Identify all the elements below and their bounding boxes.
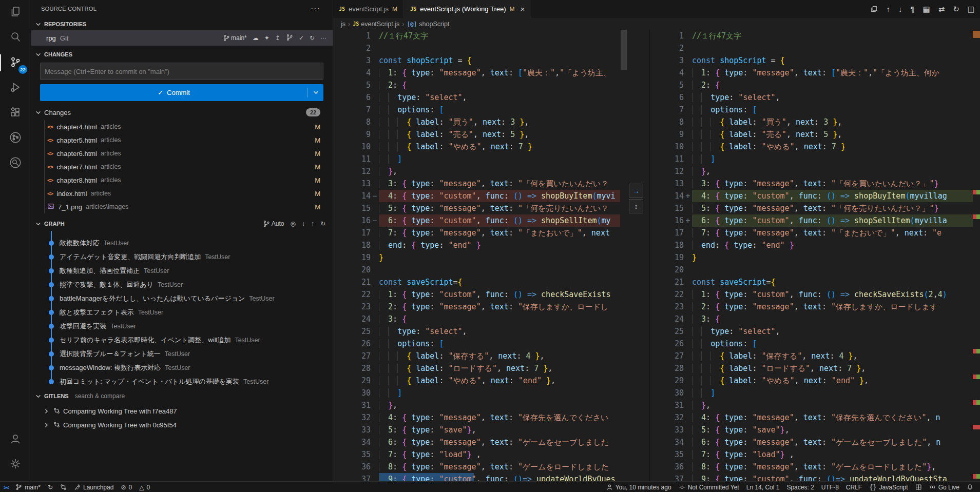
statusbar-ln-14-col-1[interactable]: Ln 14, Col 1 <box>743 482 783 492</box>
breadcrumb-item[interactable]: JSeventScript.js <box>353 21 399 28</box>
more-actions-icon[interactable]: ··· <box>311 4 320 13</box>
refresh-icon[interactable]: ↻ <box>310 34 315 42</box>
code-text[interactable]: 1: { type: "message", text: ["農夫：","「よう坊… <box>379 67 620 79</box>
gitlens-compare-row[interactable]: Comparing Working Tree with f7ea487 <box>31 404 333 418</box>
code-text[interactable]: 5: { type: "message", text: "「何を売りたいんだい？… <box>692 202 973 214</box>
code-text[interactable]: } <box>692 251 973 264</box>
git-branch-icon[interactable]: main* <box>223 34 247 42</box>
sidebar-item-source-control[interactable]: 22 <box>0 50 31 75</box>
tab-1[interactable]: JSeventScript.jsM <box>333 0 404 18</box>
code-text[interactable]: type: "select", <box>692 91 973 104</box>
statusbar-git-compare-icon[interactable] <box>56 482 70 492</box>
code-text[interactable]: { label: "売る", next: 5 }, <box>692 128 973 141</box>
code-text[interactable]: 2: { type: "message", text: "保存しますか、ロードし… <box>692 301 973 313</box>
refresh-icon[interactable]: ↻ <box>953 5 959 14</box>
code-text[interactable]: 1: { type: "custom", func: () => checkSa… <box>692 288 973 301</box>
code-text[interactable]: 3: { <box>692 313 973 325</box>
commit-row[interactable]: 敵種類追加、描画位置補正TestUser <box>31 264 333 278</box>
code-text[interactable]: 8: { type: "message", text: "ゲームをロードしました… <box>692 461 973 473</box>
commit-row[interactable]: 攻撃回避を実装TestUser <box>31 319 333 333</box>
code-text[interactable]: options: [ <box>692 338 973 350</box>
code-text[interactable]: 7: { type: "load"} , <box>692 448 973 461</box>
code-text[interactable]: const saveScript={ <box>379 276 620 288</box>
code-text[interactable]: ] <box>692 387 973 399</box>
code-text[interactable]: 4: { type: "message", text: "保存先を選んでください <box>379 411 620 424</box>
commit-row[interactable]: 敵と攻撃エフェクト表示TestUser <box>31 305 333 319</box>
code-text[interactable]: 4: { type: "custom", func: () => shopBuy… <box>692 190 973 202</box>
commit-row[interactable]: battleManagerを外だしし、いったんは動いているバージョンTestUs… <box>31 291 333 305</box>
publish-cloud-icon[interactable]: ☁ <box>253 34 259 42</box>
pane-sash[interactable] <box>649 30 650 481</box>
commit-row[interactable]: セリフ前のキャラ名表示即時化、イベント調整、will追加TestUser <box>31 333 333 347</box>
code-text[interactable]: 3: { <box>379 313 620 325</box>
left-pane-scrollbar[interactable] <box>620 30 627 481</box>
code-text[interactable]: type: "select", <box>692 325 973 338</box>
repositories-header[interactable]: REPOSITORIES <box>31 18 333 30</box>
code-text[interactable]: { label: "ロードする", next: 7 }, <box>692 362 973 375</box>
statusbar-remote-icon[interactable]: >< <box>0 482 12 492</box>
code-text[interactable]: { label: "保存する", next: 4 }, <box>379 350 620 362</box>
statusbar-crlf[interactable]: CRLF <box>842 482 866 492</box>
open-changes-icon[interactable] <box>870 5 878 13</box>
stash-icon[interactable]: ↥ <box>275 34 280 42</box>
code-text[interactable]: type: "select", <box>379 91 620 104</box>
changes-header[interactable]: CHANGES <box>31 48 333 61</box>
graph-refresh-icon[interactable]: ↻ <box>320 220 325 227</box>
swap-icon[interactable]: ⇄ <box>938 5 945 14</box>
code-text[interactable]: 3: { type: "message", text: "「何を買いたいんだい？ <box>379 178 620 190</box>
code-text[interactable]: 5: { type: "save"}, <box>379 424 620 436</box>
changed-file-row[interactable]: <>chapter7.htmlarticlesM <box>31 160 333 173</box>
code-text[interactable] <box>379 42 620 54</box>
commit-row[interactable]: 初回コミット: マップ・イベント・バトル処理の基礎を実装TestUser <box>31 375 333 388</box>
repo-more-icon[interactable]: ··· <box>320 34 326 42</box>
code-text[interactable]: 8: { type: "message", text: "ゲームをロードしました <box>379 461 620 473</box>
commit-row[interactable]: 照準で攻撃、敵１体、回避ありTestUser <box>31 278 333 291</box>
code-text[interactable]: 1: { type: "message", text: ["農夫：","「よう坊… <box>692 67 973 79</box>
code-text[interactable]: //１行47文字 <box>379 30 620 42</box>
code-text[interactable]: 5: { type: "save"}, <box>692 424 973 436</box>
code-text[interactable]: 9: { type: "custom", func: ()=> updateWo… <box>692 473 973 481</box>
sidebar-item-search[interactable] <box>0 25 31 50</box>
code-text[interactable] <box>692 42 973 54</box>
code-text[interactable]: }, <box>379 399 620 411</box>
changed-file-row[interactable]: <>chapter8.htmlarticlesM <box>31 173 333 187</box>
code-text[interactable]: { label: "やめる", next: "end" }, <box>379 375 620 387</box>
code-text[interactable]: 6: { type: "custom", func: () => shopSel… <box>379 214 620 227</box>
changed-file-row[interactable]: <>chapter5.htmlarticlesM <box>31 133 333 147</box>
code-text[interactable]: options: [ <box>379 104 620 116</box>
code-text[interactable]: const saveScript={ <box>692 276 973 288</box>
push-icon[interactable]: ↑ <box>311 220 314 227</box>
code-text[interactable]: const shopScript = { <box>379 54 620 67</box>
code-text[interactable]: 4: { type: "custom", func: () => shopBuy… <box>379 190 620 202</box>
code-text[interactable]: options: [ <box>692 104 973 116</box>
changes-group-row[interactable]: Changes 22 <box>31 106 333 119</box>
commit-row[interactable]: アイテムゲット音変更、戦闘回避方向判断追加TestUser <box>31 250 333 264</box>
code-text[interactable]: { label: "買う", next: 3 }, <box>379 116 620 128</box>
code-text[interactable]: { label: "やめる", next: "end" }, <box>692 375 973 387</box>
code-text[interactable]: ] <box>379 387 620 399</box>
whitespace-icon[interactable]: ¶ <box>910 5 914 13</box>
statusbar-0[interactable]: △0 <box>136 482 153 492</box>
statusbar-launchpad[interactable]: Launchpad <box>70 482 117 492</box>
code-text[interactable]: 5: { type: "message", text: "「何を売りたいんだい？ <box>379 202 620 214</box>
graph-icon[interactable] <box>286 34 293 43</box>
commit-message-input[interactable] <box>40 63 323 80</box>
breadcrumb-item[interactable]: js <box>341 21 345 28</box>
code-text[interactable]: end: { type: "end" } <box>692 239 973 251</box>
code-text[interactable]: 7: { type: "load"} , <box>379 448 620 461</box>
close-icon[interactable]: × <box>521 5 525 13</box>
statusbar-utf-8[interactable]: UTF-8 <box>818 482 842 492</box>
code-text[interactable]: 7: { type: "message", text: "「またおいで」", n… <box>692 227 973 239</box>
code-text[interactable]: { label: "買う", next: 3 }, <box>692 116 973 128</box>
code-text[interactable]: { label: "やめる", next: 7 } <box>692 141 973 153</box>
code-text[interactable]: }, <box>692 399 973 411</box>
code-text[interactable]: 9: { type: "custom", func: ()=> updateWo… <box>379 473 620 481</box>
code-text[interactable]: 2: { <box>379 79 620 91</box>
code-text[interactable]: 6: { type: "custom", func: () => shopSel… <box>692 214 973 227</box>
repo-picker[interactable]: Auto <box>263 220 284 227</box>
code-text[interactable]: }, <box>379 165 620 178</box>
statusbar-sync-icon[interactable]: ↻ <box>44 482 56 492</box>
overview-ruler[interactable] <box>973 30 980 481</box>
code-text[interactable]: 2: { <box>692 79 973 91</box>
sparkle-icon[interactable]: ✦ <box>264 34 270 42</box>
